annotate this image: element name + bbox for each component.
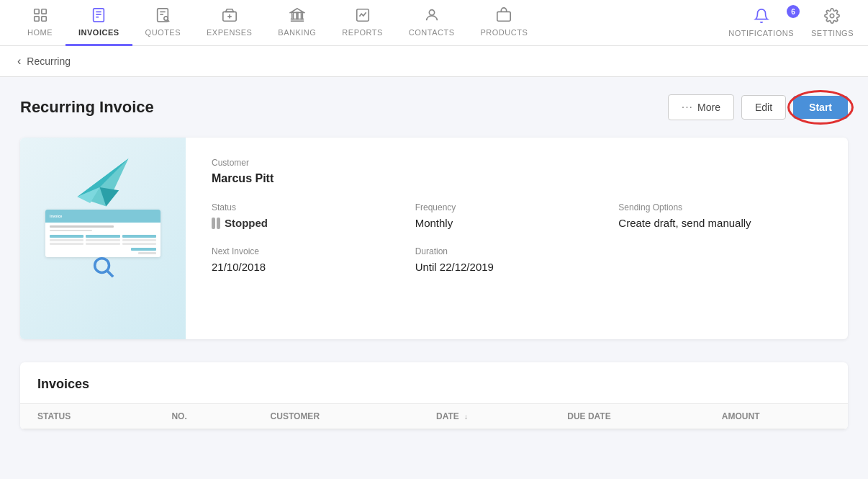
- status-value: Stopped: [212, 217, 415, 229]
- invoice-details: Customer Marcus Pitt Status Stopped Freq…: [186, 138, 848, 339]
- invoices-icon: [91, 7, 107, 27]
- start-button-wrapper: Start: [793, 96, 848, 119]
- mini-invoice-body: [45, 223, 161, 257]
- svg-rect-8: [158, 8, 168, 21]
- duration-value: Until 22/12/2019: [415, 261, 619, 273]
- col-no: No.: [154, 404, 253, 429]
- nav-item-invoices[interactable]: INVOICES: [65, 0, 132, 46]
- svg-rect-18: [297, 12, 298, 19]
- main-content: Recurring Invoice ··· More Edit Start: [0, 77, 868, 447]
- reports-icon: [355, 7, 371, 27]
- nav-item-home[interactable]: HOME: [14, 0, 65, 46]
- search-icon-overlay: [91, 254, 115, 282]
- page-header: Recurring Invoice ··· More Edit Start: [20, 94, 848, 120]
- page-title: Recurring Invoice: [20, 98, 154, 117]
- svg-rect-4: [94, 8, 104, 21]
- col-due-date: Due Date: [550, 404, 705, 429]
- svg-point-23: [429, 9, 434, 14]
- svg-rect-24: [497, 12, 510, 21]
- nav-right: 6 NOTIFICATIONS SETTINGS: [728, 8, 854, 37]
- nav-items: HOME INVOICES: [14, 0, 728, 46]
- customer-name: Marcus Pitt: [212, 172, 822, 185]
- breadcrumb-recurring[interactable]: Recurring: [27, 55, 71, 67]
- nav-item-products[interactable]: PRODUCTS: [468, 0, 541, 46]
- svg-point-11: [164, 16, 168, 20]
- col-customer: Customer: [253, 404, 419, 429]
- notification-badge: 6: [787, 5, 800, 18]
- sending-options-value: Create draft, send manually: [618, 217, 822, 229]
- svg-rect-1: [41, 9, 45, 13]
- svg-rect-2: [34, 16, 38, 20]
- table-header: Status No. Customer Date ↓ Due Date: [20, 404, 848, 429]
- mini-invoice-preview: Invoice: [45, 210, 161, 257]
- nav-item-quotes[interactable]: QUOTES: [132, 0, 194, 46]
- bell-icon: [754, 8, 769, 27]
- next-invoice-label: Next Invoice: [212, 246, 415, 256]
- nav-label-expenses: EXPENSES: [207, 28, 252, 37]
- breadcrumb: ‹ Recurring: [0, 46, 868, 77]
- svg-point-25: [831, 14, 835, 18]
- nav-item-contacts[interactable]: CONTACTS: [396, 0, 468, 46]
- settings-button[interactable]: SETTINGS: [811, 8, 854, 37]
- back-button[interactable]: ‹: [17, 55, 21, 68]
- start-button[interactable]: Start: [793, 96, 848, 119]
- invoice-thumbnail: Invoice: [20, 138, 186, 339]
- col-date[interactable]: Date ↓: [419, 404, 550, 429]
- status-dots-icon: [212, 218, 220, 229]
- nav-label-banking: BANKING: [278, 28, 316, 37]
- more-dots-icon: ···: [682, 101, 693, 114]
- invoices-table: Status No. Customer Date ↓ Due Date: [20, 403, 848, 429]
- header-actions: ··· More Edit Start: [668, 94, 848, 120]
- col-amount: Amount: [705, 404, 848, 429]
- nav-item-expenses[interactable]: EXPENSES: [194, 0, 265, 46]
- frequency-group: Frequency Monthly: [415, 202, 619, 246]
- sending-options-label: Sending Options: [618, 202, 822, 212]
- svg-rect-3: [41, 16, 45, 20]
- customer-group: Customer Marcus Pitt: [212, 158, 822, 202]
- svg-rect-19: [301, 12, 302, 19]
- nav-label-products: PRODUCTS: [481, 28, 528, 37]
- mini-invoice-header-bar: Invoice: [45, 210, 161, 223]
- nav-label-invoices: INVOICES: [78, 28, 119, 37]
- nav-label-home: HOME: [27, 28, 53, 37]
- settings-icon: [824, 8, 840, 27]
- nav-item-banking[interactable]: BANKING: [265, 0, 329, 46]
- svg-rect-17: [292, 12, 294, 19]
- more-button[interactable]: ··· More: [668, 94, 734, 120]
- nav-label-quotes: QUOTES: [145, 28, 181, 37]
- invoices-section: Invoices Status No. Customer Date ↓: [20, 362, 848, 429]
- thumbnail-inner: Invoice: [20, 138, 186, 339]
- status-label: Status: [212, 202, 415, 212]
- col-status: Status: [20, 404, 154, 429]
- nav-label-contacts: CONTACTS: [409, 28, 455, 37]
- contacts-icon: [424, 7, 440, 27]
- invoice-card: Invoice: [20, 138, 848, 339]
- sort-icon-date: ↓: [464, 413, 468, 421]
- products-icon: [496, 7, 512, 27]
- nav-label-reports: REPORTS: [342, 28, 382, 37]
- paper-plane-icon: [71, 152, 135, 210]
- svg-rect-0: [34, 9, 38, 13]
- invoices-section-title: Invoices: [20, 362, 848, 403]
- expenses-icon: [222, 7, 238, 27]
- notifications-label: NOTIFICATIONS: [728, 29, 794, 37]
- svg-line-31: [107, 271, 113, 277]
- edit-button[interactable]: Edit: [741, 95, 786, 120]
- banking-icon: [289, 7, 305, 27]
- settings-label: SETTINGS: [811, 29, 854, 37]
- status-group: Status Stopped: [212, 202, 415, 246]
- notifications-button[interactable]: 6 NOTIFICATIONS: [728, 8, 794, 37]
- duration-group: Duration Until 22/12/2019: [415, 246, 619, 290]
- customer-label: Customer: [212, 158, 822, 168]
- frequency-label: Frequency: [415, 202, 619, 212]
- top-navigation: HOME INVOICES: [0, 0, 868, 46]
- svg-point-30: [95, 259, 109, 273]
- sending-options-group: Sending Options Create draft, send manua…: [618, 202, 822, 246]
- frequency-value: Monthly: [415, 217, 619, 229]
- quotes-icon: [155, 7, 171, 27]
- duration-label: Duration: [415, 246, 619, 256]
- home-icon: [32, 7, 48, 27]
- next-invoice-value: 21/10/2018: [212, 261, 415, 273]
- nav-item-reports[interactable]: REPORTS: [329, 0, 395, 46]
- next-invoice-group: Next Invoice 21/10/2018: [212, 246, 415, 290]
